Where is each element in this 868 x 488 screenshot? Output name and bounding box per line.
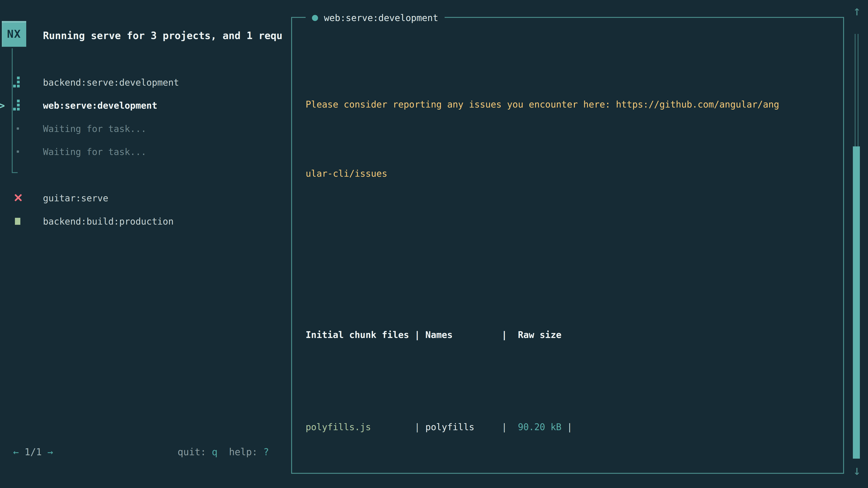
pipe-separator: |: [567, 422, 572, 432]
terminal-output: Please consider reporting any issues you…: [306, 47, 834, 488]
quit-label: quit:: [178, 447, 212, 457]
scrollbar-track[interactable]: [858, 34, 859, 147]
panel-title: web:serve:development: [306, 12, 445, 24]
task-group-line-foot: [12, 172, 18, 173]
quit-key: q: [212, 447, 217, 457]
failed-x-icon: [13, 191, 27, 205]
task-label: backend:serve:development: [43, 77, 179, 88]
waiting-dot-icon: [13, 145, 27, 159]
header-files: Initial chunk files: [306, 323, 414, 346]
panel-title-label: web:serve:development: [324, 13, 438, 23]
help-key: ?: [264, 447, 269, 457]
cell-file: polyfills.js: [306, 416, 414, 438]
header-raw-size: Raw size: [507, 323, 561, 346]
cached-square-icon: [13, 215, 27, 228]
selected-chevron-icon: >: [0, 99, 5, 111]
waiting-dot-icon: [13, 122, 27, 135]
task-label: Waiting for task...: [43, 147, 147, 157]
header-names: Names: [426, 323, 502, 346]
spinner-icon: [13, 76, 27, 89]
scrollbar-up-icon[interactable]: ↑: [849, 3, 865, 19]
hotkey-bar: quit: q help: ?: [0, 447, 269, 457]
cell-name: polyfills: [426, 416, 502, 438]
task-row-web-serve[interactable]: > web:serve:development: [0, 94, 291, 117]
app-title: Running serve for 3 projects, and 1 requ: [43, 30, 288, 41]
pipe-separator: |: [502, 330, 507, 340]
task-label: Waiting for task...: [43, 124, 147, 134]
task-sidebar: NX Running serve for 3 projects, and 1 r…: [0, 0, 291, 488]
task-row-waiting-2[interactable]: Waiting for task...: [0, 140, 291, 163]
cell-size: 90.20 kB: [507, 416, 561, 438]
task-row-backend-serve[interactable]: backend:serve:development: [0, 71, 291, 94]
task-label: web:serve:development: [43, 100, 157, 111]
pipe-separator: |: [414, 422, 420, 432]
pipe-separator: |: [414, 330, 420, 340]
scrollbar-track[interactable]: [855, 34, 856, 147]
table-row: polyfills.js|polyfills|90.20 kB|: [306, 416, 834, 438]
task-row-backend-build[interactable]: backend:build:production: [0, 210, 291, 233]
scrollbar-down-icon[interactable]: ↓: [849, 463, 865, 478]
output-panel: web:serve:development Please consider re…: [291, 17, 844, 474]
scrollbar-thumb[interactable]: [853, 147, 860, 459]
task-row-waiting-1[interactable]: Waiting for task...: [0, 117, 291, 140]
spinner-icon: [13, 99, 27, 112]
status-bullet-icon: [312, 15, 318, 21]
task-label: backend:build:production: [43, 216, 174, 227]
task-label: guitar:serve: [43, 193, 108, 203]
issues-message-line1[interactable]: Please consider reporting any issues you…: [306, 93, 834, 116]
nx-logo: NX: [2, 21, 26, 47]
help-label: help:: [229, 447, 264, 457]
pipe-separator: |: [502, 422, 507, 432]
task-row-guitar-serve[interactable]: guitar:serve: [0, 187, 291, 210]
issues-message-line2[interactable]: ular-cli/issues: [306, 162, 834, 185]
table-header: Initial chunk files|Names|Raw size: [306, 323, 834, 346]
